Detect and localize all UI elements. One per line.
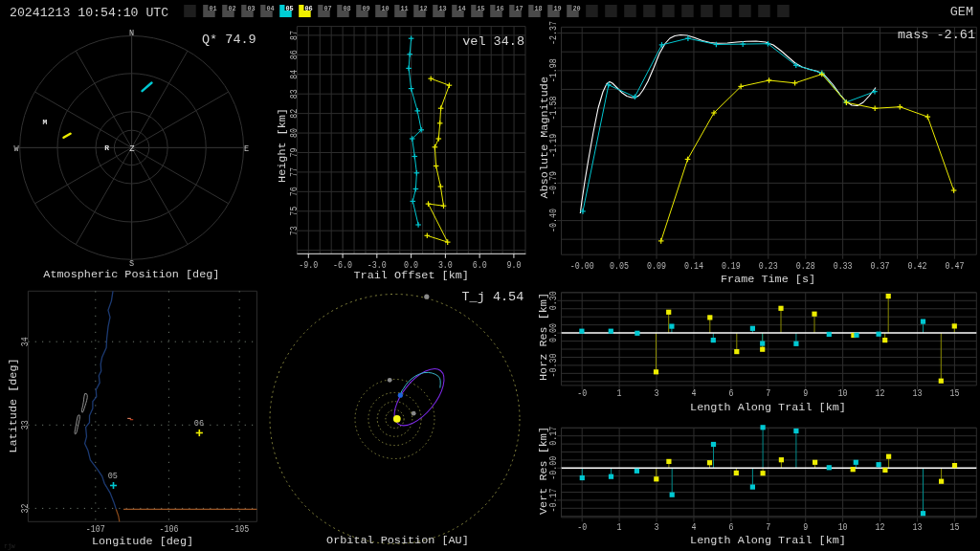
svg-text:T_j 4.54: T_j 4.54 bbox=[462, 290, 524, 304]
svg-text:80: 80 bbox=[289, 128, 300, 138]
svg-text:0.14: 0.14 bbox=[684, 261, 703, 272]
svg-text:Absolute Magnitude: Absolute Magnitude bbox=[539, 77, 552, 198]
svg-text:Atmospheric Position [deg]: Atmospheric Position [deg] bbox=[43, 268, 219, 281]
svg-text:08: 08 bbox=[343, 4, 350, 12]
svg-text:Orbital Position [AU]: Orbital Position [AU] bbox=[326, 534, 469, 547]
svg-text:1: 1 bbox=[617, 388, 622, 399]
svg-text:4: 4 bbox=[691, 388, 696, 399]
svg-text:10: 10 bbox=[838, 522, 848, 533]
svg-text:6.0: 6.0 bbox=[473, 260, 487, 271]
svg-text:E: E bbox=[244, 144, 249, 154]
svg-text:-106: -106 bbox=[159, 524, 178, 535]
svg-text:Z: Z bbox=[129, 144, 135, 154]
svg-text:6: 6 bbox=[728, 388, 733, 399]
svg-text:Longitude [deg]: Longitude [deg] bbox=[92, 535, 193, 548]
svg-text:W: W bbox=[13, 144, 19, 154]
svg-text:7: 7 bbox=[766, 388, 770, 399]
svg-text:04: 04 bbox=[266, 4, 274, 12]
svg-text:Q* 74.9: Q* 74.9 bbox=[202, 33, 256, 47]
svg-text:9: 9 bbox=[803, 388, 808, 399]
svg-text:15: 15 bbox=[477, 4, 484, 12]
svg-text:0.23: 0.23 bbox=[759, 261, 778, 272]
svg-text:87: 87 bbox=[289, 31, 300, 40]
svg-text:84: 84 bbox=[289, 70, 300, 79]
svg-text:06: 06 bbox=[304, 4, 312, 12]
svg-text:03: 03 bbox=[247, 4, 255, 12]
svg-text:13: 13 bbox=[438, 4, 446, 12]
svg-text:R: R bbox=[104, 143, 109, 152]
svg-text:M: M bbox=[42, 118, 47, 126]
svg-text:73: 73 bbox=[289, 226, 300, 235]
svg-text:-0: -0 bbox=[577, 522, 587, 533]
svg-text:Latitude [deg]: Latitude [deg] bbox=[7, 358, 20, 452]
svg-text:Length Along Trail [km]: Length Along Trail [km] bbox=[690, 534, 846, 547]
svg-text:75: 75 bbox=[289, 207, 300, 216]
svg-text:19: 19 bbox=[553, 4, 561, 12]
svg-text:rjw: rjw bbox=[4, 543, 15, 550]
svg-text:0.00: 0.00 bbox=[548, 323, 559, 342]
svg-text:0.33: 0.33 bbox=[834, 261, 853, 272]
svg-text:3: 3 bbox=[655, 388, 659, 399]
svg-text:13: 13 bbox=[912, 522, 922, 533]
svg-text:18: 18 bbox=[534, 4, 542, 12]
svg-text:-0.00: -0.00 bbox=[570, 261, 594, 272]
svg-text:86: 86 bbox=[289, 50, 300, 59]
svg-text:Height [km]: Height [km] bbox=[276, 108, 289, 183]
svg-text:0.30: 0.30 bbox=[548, 291, 559, 310]
svg-text:3: 3 bbox=[655, 522, 659, 533]
svg-text:15: 15 bbox=[949, 522, 959, 533]
svg-text:12: 12 bbox=[419, 4, 427, 12]
svg-text:9: 9 bbox=[803, 522, 808, 533]
svg-text:-6.0: -6.0 bbox=[333, 260, 352, 271]
svg-text:77: 77 bbox=[289, 167, 300, 177]
svg-text:0.09: 0.09 bbox=[647, 261, 666, 272]
svg-text:12: 12 bbox=[876, 522, 885, 533]
svg-text:15: 15 bbox=[949, 388, 959, 399]
svg-text:05: 05 bbox=[108, 472, 118, 481]
svg-text:7: 7 bbox=[766, 522, 770, 533]
svg-text:vel 34.8: vel 34.8 bbox=[462, 34, 524, 49]
svg-text:09: 09 bbox=[362, 4, 369, 12]
svg-text:-9.0: -9.0 bbox=[299, 260, 318, 271]
svg-text:16: 16 bbox=[496, 4, 503, 12]
svg-text:1: 1 bbox=[617, 522, 622, 533]
svg-text:17: 17 bbox=[515, 4, 523, 12]
svg-text:79: 79 bbox=[289, 147, 300, 157]
svg-text:9.0: 9.0 bbox=[506, 260, 521, 271]
svg-text:Trail Offset [km]: Trail Offset [km] bbox=[354, 269, 469, 282]
svg-text:Horz Res [km]: Horz Res [km] bbox=[537, 293, 550, 381]
svg-text:0.37: 0.37 bbox=[871, 261, 890, 272]
svg-text:Length Along Trail [km]: Length Along Trail [km] bbox=[690, 401, 846, 414]
svg-text:-0: -0 bbox=[577, 388, 587, 399]
svg-text:0.28: 0.28 bbox=[796, 261, 815, 272]
svg-text:0.19: 0.19 bbox=[722, 261, 741, 272]
svg-text:33: 33 bbox=[20, 420, 31, 430]
svg-text:Frame Time [s]: Frame Time [s] bbox=[721, 273, 815, 286]
svg-text:6: 6 bbox=[728, 522, 733, 533]
svg-text:-2.37: -2.37 bbox=[548, 21, 559, 45]
svg-text:82: 82 bbox=[289, 109, 300, 119]
svg-text:-0.17: -0.17 bbox=[548, 488, 559, 512]
svg-text:0.42: 0.42 bbox=[907, 261, 926, 272]
svg-text:12: 12 bbox=[876, 388, 885, 399]
svg-text:07: 07 bbox=[323, 4, 331, 12]
svg-text:-105: -105 bbox=[230, 524, 249, 535]
svg-text:N: N bbox=[129, 29, 134, 38]
svg-text:10: 10 bbox=[838, 388, 848, 399]
svg-text:32: 32 bbox=[20, 503, 31, 513]
svg-text:13: 13 bbox=[912, 388, 922, 399]
svg-text:02: 02 bbox=[228, 4, 235, 12]
svg-text:-107: -107 bbox=[86, 524, 105, 535]
svg-text:06: 06 bbox=[194, 419, 204, 429]
svg-text:01: 01 bbox=[209, 4, 216, 12]
svg-text:0.17: 0.17 bbox=[548, 427, 559, 446]
svg-text:0.47: 0.47 bbox=[945, 261, 964, 272]
svg-text:05: 05 bbox=[285, 4, 293, 12]
svg-text:20241213 10:54:10 UTC: 20241213 10:54:10 UTC bbox=[10, 6, 168, 20]
svg-text:34: 34 bbox=[20, 337, 31, 346]
svg-text:GEM: GEM bbox=[950, 5, 973, 19]
svg-text:-0.00: -0.00 bbox=[548, 456, 559, 480]
svg-text:-0.30: -0.30 bbox=[548, 353, 559, 377]
svg-text:0.05: 0.05 bbox=[610, 261, 629, 272]
svg-text:83: 83 bbox=[289, 89, 300, 99]
